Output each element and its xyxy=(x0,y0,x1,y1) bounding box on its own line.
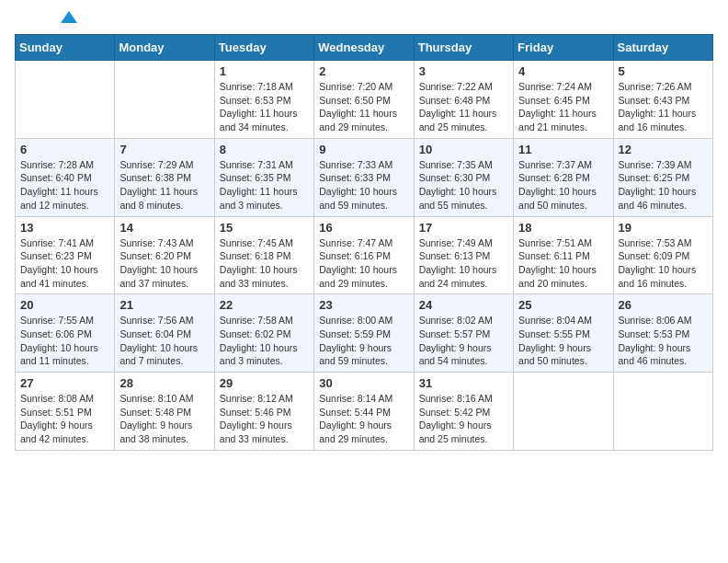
day-number: 25 xyxy=(518,298,608,312)
day-number: 1 xyxy=(220,64,309,78)
calendar-cell: 21Sunrise: 7:56 AM Sunset: 6:04 PM Dayli… xyxy=(115,294,214,373)
day-number: 30 xyxy=(319,376,408,390)
day-info: Sunrise: 7:18 AM Sunset: 6:53 PM Dayligh… xyxy=(220,80,309,134)
day-info: Sunrise: 7:24 AM Sunset: 6:45 PM Dayligh… xyxy=(518,80,608,134)
calendar-cell: 5Sunrise: 7:26 AM Sunset: 6:43 PM Daylig… xyxy=(613,61,712,139)
day-header-monday: Monday xyxy=(115,35,214,61)
day-info: Sunrise: 7:29 AM Sunset: 6:38 PM Dayligh… xyxy=(119,158,209,213)
day-number: 14 xyxy=(119,221,209,235)
day-info: Sunrise: 7:20 AM Sunset: 6:50 PM Dayligh… xyxy=(319,80,408,134)
day-number: 12 xyxy=(619,143,708,156)
day-info: Sunrise: 7:47 AM Sunset: 6:16 PM Dayligh… xyxy=(319,236,408,291)
day-number: 29 xyxy=(220,376,309,390)
calendar-week-1: 1Sunrise: 7:18 AM Sunset: 6:53 PM Daylig… xyxy=(16,61,713,139)
day-info: Sunrise: 8:16 AM Sunset: 5:42 PM Dayligh… xyxy=(419,392,508,446)
day-info: Sunrise: 7:56 AM Sunset: 6:04 PM Dayligh… xyxy=(119,314,209,368)
day-info: Sunrise: 7:51 AM Sunset: 6:11 PM Dayligh… xyxy=(518,236,608,291)
day-info: Sunrise: 7:55 AM Sunset: 6:06 PM Dayligh… xyxy=(20,314,109,368)
day-info: Sunrise: 7:28 AM Sunset: 6:40 PM Dayligh… xyxy=(20,158,109,213)
day-number: 5 xyxy=(619,64,708,78)
calendar-cell: 18Sunrise: 7:51 AM Sunset: 6:11 PM Dayli… xyxy=(514,216,613,294)
day-number: 3 xyxy=(419,64,508,78)
calendar-cell: 26Sunrise: 8:06 AM Sunset: 5:53 PM Dayli… xyxy=(613,294,712,373)
calendar-cell: 29Sunrise: 8:12 AM Sunset: 5:46 PM Dayli… xyxy=(214,373,313,451)
calendar-table: SundayMondayTuesdayWednesdayThursdayFrid… xyxy=(15,34,713,451)
day-info: Sunrise: 8:08 AM Sunset: 5:51 PM Dayligh… xyxy=(20,392,109,446)
day-info: Sunrise: 8:00 AM Sunset: 5:59 PM Dayligh… xyxy=(319,314,408,368)
calendar-cell: 17Sunrise: 7:49 AM Sunset: 6:13 PM Dayli… xyxy=(414,216,513,294)
calendar-cell: 14Sunrise: 7:43 AM Sunset: 6:20 PM Dayli… xyxy=(115,216,214,294)
day-info: Sunrise: 7:49 AM Sunset: 6:13 PM Dayligh… xyxy=(419,236,508,291)
day-number: 21 xyxy=(119,298,209,312)
day-number: 31 xyxy=(419,376,508,390)
calendar-week-5: 27Sunrise: 8:08 AM Sunset: 5:51 PM Dayli… xyxy=(16,373,713,451)
day-number: 10 xyxy=(419,143,508,156)
day-info: Sunrise: 8:06 AM Sunset: 5:53 PM Dayligh… xyxy=(619,314,708,368)
day-info: Sunrise: 7:45 AM Sunset: 6:18 PM Dayligh… xyxy=(220,236,309,291)
day-number: 27 xyxy=(20,376,109,390)
day-number: 18 xyxy=(518,221,608,235)
calendar-cell: 6Sunrise: 7:28 AM Sunset: 6:40 PM Daylig… xyxy=(16,138,115,216)
day-number: 22 xyxy=(220,298,309,312)
calendar-cell: 24Sunrise: 8:02 AM Sunset: 5:57 PM Dayli… xyxy=(414,294,513,373)
day-info: Sunrise: 7:33 AM Sunset: 6:33 PM Dayligh… xyxy=(319,158,408,213)
day-info: Sunrise: 8:02 AM Sunset: 5:57 PM Dayligh… xyxy=(419,314,508,368)
day-number: 17 xyxy=(419,221,508,235)
calendar-cell xyxy=(514,373,613,451)
day-number: 28 xyxy=(119,376,209,390)
logo xyxy=(15,15,79,23)
calendar-cell: 13Sunrise: 7:41 AM Sunset: 6:23 PM Dayli… xyxy=(16,216,115,294)
day-header-saturday: Saturday xyxy=(613,35,712,61)
calendar-cell: 27Sunrise: 8:08 AM Sunset: 5:51 PM Dayli… xyxy=(16,373,115,451)
calendar-cell: 10Sunrise: 7:35 AM Sunset: 6:30 PM Dayli… xyxy=(414,138,513,216)
calendar-cell: 20Sunrise: 7:55 AM Sunset: 6:06 PM Dayli… xyxy=(16,294,115,373)
day-info: Sunrise: 7:35 AM Sunset: 6:30 PM Dayligh… xyxy=(419,158,508,213)
day-header-thursday: Thursday xyxy=(414,35,513,61)
calendar-cell: 7Sunrise: 7:29 AM Sunset: 6:38 PM Daylig… xyxy=(115,138,214,216)
day-info: Sunrise: 7:22 AM Sunset: 6:48 PM Dayligh… xyxy=(419,80,508,134)
day-number: 7 xyxy=(119,143,209,156)
day-info: Sunrise: 7:53 AM Sunset: 6:09 PM Dayligh… xyxy=(619,236,708,291)
calendar-cell: 25Sunrise: 8:04 AM Sunset: 5:55 PM Dayli… xyxy=(514,294,613,373)
calendar-cell: 8Sunrise: 7:31 AM Sunset: 6:35 PM Daylig… xyxy=(214,138,313,216)
calendar-week-4: 20Sunrise: 7:55 AM Sunset: 6:06 PM Dayli… xyxy=(16,294,713,373)
day-number: 23 xyxy=(319,298,408,312)
day-number: 19 xyxy=(619,221,708,235)
day-number: 24 xyxy=(419,298,508,312)
calendar-cell xyxy=(115,61,214,139)
day-info: Sunrise: 8:04 AM Sunset: 5:55 PM Dayligh… xyxy=(518,314,608,368)
day-number: 26 xyxy=(619,298,708,312)
calendar-cell: 15Sunrise: 7:45 AM Sunset: 6:18 PM Dayli… xyxy=(214,216,313,294)
day-info: Sunrise: 7:31 AM Sunset: 6:35 PM Dayligh… xyxy=(220,158,309,213)
day-number: 20 xyxy=(20,298,109,312)
day-number: 9 xyxy=(319,143,408,156)
calendar-week-2: 6Sunrise: 7:28 AM Sunset: 6:40 PM Daylig… xyxy=(16,138,713,216)
day-number: 6 xyxy=(20,143,109,156)
day-number: 8 xyxy=(220,143,309,156)
day-info: Sunrise: 8:10 AM Sunset: 5:48 PM Dayligh… xyxy=(119,392,209,446)
day-number: 15 xyxy=(220,221,309,235)
day-number: 11 xyxy=(518,143,608,156)
calendar-cell: 4Sunrise: 7:24 AM Sunset: 6:45 PM Daylig… xyxy=(514,61,613,139)
day-info: Sunrise: 7:43 AM Sunset: 6:20 PM Dayligh… xyxy=(119,236,209,291)
day-info: Sunrise: 7:37 AM Sunset: 6:28 PM Dayligh… xyxy=(518,158,608,213)
day-info: Sunrise: 8:12 AM Sunset: 5:46 PM Dayligh… xyxy=(220,392,309,446)
calendar-cell: 22Sunrise: 7:58 AM Sunset: 6:02 PM Dayli… xyxy=(214,294,313,373)
calendar-cell: 19Sunrise: 7:53 AM Sunset: 6:09 PM Dayli… xyxy=(613,216,712,294)
day-info: Sunrise: 7:41 AM Sunset: 6:23 PM Dayligh… xyxy=(20,236,109,291)
day-number: 13 xyxy=(20,221,109,235)
day-number: 4 xyxy=(518,64,608,78)
calendar-cell: 28Sunrise: 8:10 AM Sunset: 5:48 PM Dayli… xyxy=(115,373,214,451)
calendar-cell: 9Sunrise: 7:33 AM Sunset: 6:33 PM Daylig… xyxy=(314,138,414,216)
day-header-tuesday: Tuesday xyxy=(214,35,313,61)
calendar-header-row: SundayMondayTuesdayWednesdayThursdayFrid… xyxy=(16,35,713,61)
day-info: Sunrise: 7:26 AM Sunset: 6:43 PM Dayligh… xyxy=(619,80,708,134)
day-info: Sunrise: 8:14 AM Sunset: 5:44 PM Dayligh… xyxy=(319,392,408,446)
logo-triangle xyxy=(61,11,77,23)
calendar-cell xyxy=(16,61,115,139)
calendar-cell: 16Sunrise: 7:47 AM Sunset: 6:16 PM Dayli… xyxy=(314,216,414,294)
day-header-sunday: Sunday xyxy=(16,35,115,61)
day-header-wednesday: Wednesday xyxy=(314,35,414,61)
calendar-cell: 31Sunrise: 8:16 AM Sunset: 5:42 PM Dayli… xyxy=(414,373,513,451)
calendar-cell: 23Sunrise: 8:00 AM Sunset: 5:59 PM Dayli… xyxy=(314,294,414,373)
